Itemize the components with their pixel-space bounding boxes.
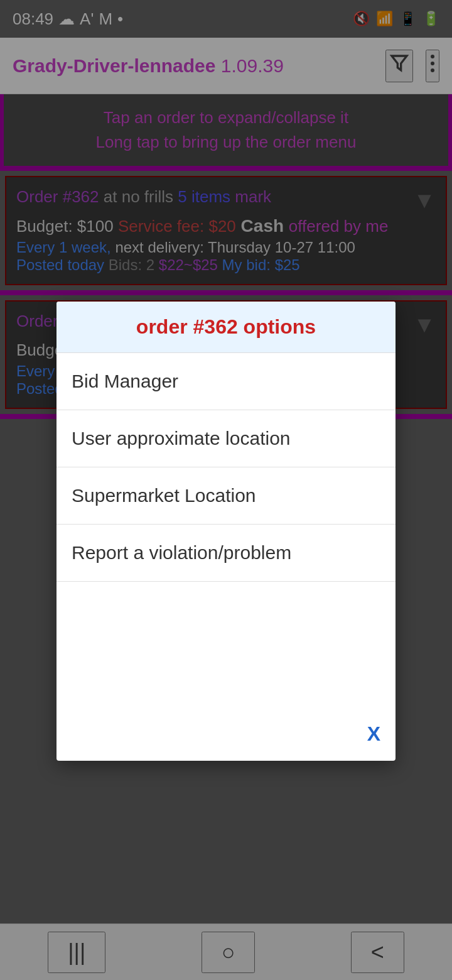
modal-title: order #362 options — [56, 302, 396, 353]
user-location-option[interactable]: User approximate location — [56, 410, 396, 467]
modal-close-row: X — [56, 707, 396, 761]
report-violation-option[interactable]: Report a violation/problem — [56, 525, 396, 582]
order-options-modal: order #362 options Bid Manager User appr… — [56, 302, 396, 761]
bid-manager-option[interactable]: Bid Manager — [56, 353, 396, 410]
supermarket-location-option[interactable]: Supermarket Location — [56, 467, 396, 525]
modal-close-button[interactable]: X — [367, 722, 380, 745]
